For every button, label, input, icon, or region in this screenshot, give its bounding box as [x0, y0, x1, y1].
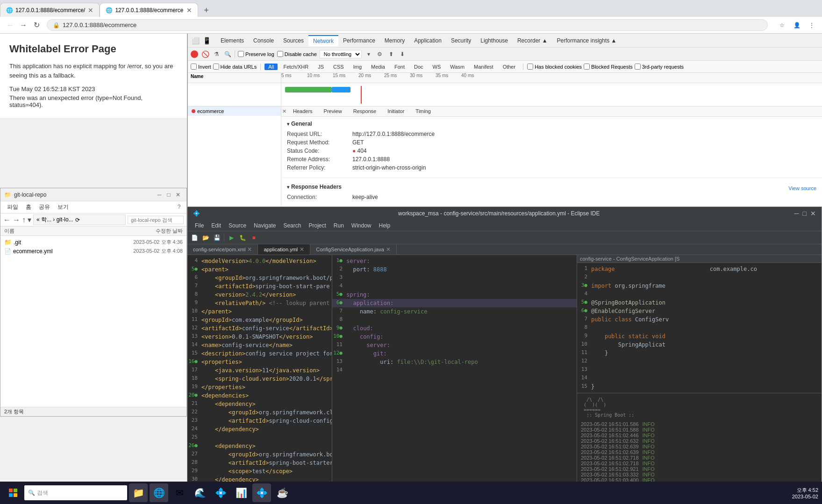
taskbar-browser[interactable]: 🌐 — [150, 483, 168, 502]
fe-item-ecommerce[interactable]: 📄 ecommerce.yml 2023-05-02 오후 4:08 — [0, 247, 186, 256]
fe-menu-file[interactable]: 파일 — [3, 202, 22, 212]
device-toolbar-button[interactable]: 📱 — [201, 35, 212, 46]
fe-refresh-icon[interactable]: ⟳ — [75, 217, 80, 223]
network-settings-icon[interactable]: ⚙ — [376, 50, 384, 58]
ide-menu-file[interactable]: File — [191, 221, 207, 230]
ide-menu-project[interactable]: Project — [305, 221, 329, 230]
detail-tab-preview[interactable]: Preview — [318, 106, 348, 116]
filter-media[interactable]: Media — [367, 64, 389, 70]
tab-sources[interactable]: Sources — [279, 35, 308, 46]
fe-menu-view[interactable]: 보기 — [54, 202, 72, 212]
ide-menu-source[interactable]: Source — [225, 221, 250, 230]
pom-tab-close[interactable]: ✕ — [247, 246, 252, 253]
invert-input[interactable] — [191, 64, 197, 70]
throttling-arrow-icon[interactable]: ▾ — [365, 50, 373, 58]
taskbar-java[interactable]: ☕ — [273, 483, 292, 502]
ide-stop-button[interactable]: ■ — [249, 233, 259, 243]
filter-js[interactable]: JS — [314, 64, 328, 70]
invert-checkbox[interactable]: Invert — [191, 64, 211, 70]
filter-all[interactable]: All — [264, 64, 278, 70]
editor-tab-pom[interactable]: config-service/pom.xml ✕ — [187, 244, 258, 255]
blocked-requests-input[interactable] — [584, 64, 590, 70]
extensions-button[interactable]: ⋮ — [805, 19, 818, 32]
bookmark-button[interactable]: ☆ — [775, 19, 788, 32]
ide-minimize-button[interactable]: ─ — [794, 210, 799, 217]
filter-doc[interactable]: Doc — [410, 64, 427, 70]
ide-new-button[interactable]: 📄 — [189, 233, 200, 243]
new-tab-button[interactable]: + — [200, 4, 213, 17]
tab-performance[interactable]: Performance — [338, 35, 380, 46]
tab-console[interactable]: Console — [249, 35, 279, 46]
ide-close-button[interactable]: ✕ — [810, 210, 816, 217]
ide-menu-search[interactable]: Search — [279, 221, 305, 230]
filter-other[interactable]: Other — [499, 64, 520, 70]
fe-search-input[interactable] — [128, 216, 184, 224]
tab-security[interactable]: Security — [446, 35, 476, 46]
filter-fetch-xhr[interactable]: Fetch/XHR — [279, 64, 312, 70]
browser-tab-2[interactable]: 🌐 127.0.0.1:8888/ecommerce ✕ — [100, 3, 198, 17]
ide-menu-help[interactable]: Help — [375, 221, 394, 230]
fe-minimize-button[interactable]: ─ — [155, 190, 164, 199]
tab-close-2[interactable]: ✕ — [186, 7, 192, 14]
request-ecommerce[interactable]: ecommerce — [188, 106, 281, 116]
fe-maximize-button[interactable]: □ — [164, 190, 173, 199]
disable-cache-checkbox[interactable]: Disable cache — [277, 51, 317, 57]
third-party-requests-checkbox[interactable]: 3rd-party requests — [635, 64, 684, 70]
tab-memory[interactable]: Memory — [380, 35, 409, 46]
ide-save-button[interactable]: 💾 — [212, 233, 222, 243]
fe-forward-button[interactable]: → — [13, 216, 20, 224]
ide-open-button[interactable]: 📂 — [200, 233, 211, 243]
filter-manifest[interactable]: Manifest — [470, 64, 497, 70]
detail-tab-timing[interactable]: Timing — [410, 106, 436, 116]
has-blocked-cookies-input[interactable] — [527, 64, 533, 70]
inspect-element-button[interactable]: ⬜ — [190, 35, 201, 46]
fe-menu-share[interactable]: 공유 — [35, 202, 54, 212]
tab-network[interactable]: Network — [308, 35, 338, 46]
filter-font[interactable]: Font — [391, 64, 408, 70]
fe-up-button[interactable]: ↑ — [22, 216, 26, 224]
filter-ws[interactable]: WS — [429, 64, 445, 70]
throttling-select[interactable]: No throttling — [320, 50, 362, 58]
tab-close-1[interactable]: ✕ — [88, 7, 93, 14]
taskbar-eclipse[interactable]: 💠 — [252, 483, 271, 502]
disable-cache-input[interactable] — [277, 51, 283, 57]
fe-back-button[interactable]: ← — [3, 216, 11, 224]
taskbar-mail[interactable]: ✉ — [170, 483, 189, 502]
ide-debug-button[interactable]: 🐛 — [237, 233, 248, 243]
taskbar-vscode[interactable]: 📊 — [232, 483, 250, 502]
third-party-requests-input[interactable] — [635, 64, 641, 70]
forward-button[interactable]: → — [17, 19, 30, 32]
preserve-log-input[interactable] — [238, 51, 244, 57]
fe-close-button[interactable]: ✕ — [173, 190, 183, 199]
detail-tab-initiator[interactable]: Initiator — [382, 106, 410, 116]
profile-button[interactable]: 👤 — [790, 19, 803, 32]
ide-maximize-button[interactable]: □ — [803, 210, 807, 217]
tab-performance-insights[interactable]: Performance insights ▲ — [552, 35, 622, 46]
taskbar-cloud[interactable]: 🌊 — [191, 483, 209, 502]
editor-tab-java[interactable]: ConfigServiceApplication.java ✕ — [310, 244, 397, 255]
fe-breadcrumb[interactable]: « 학... › git-lo... ⟳ — [33, 214, 126, 225]
back-button[interactable]: ← — [4, 19, 17, 32]
taskbar-store[interactable]: 💠 — [211, 483, 230, 502]
blocked-requests-checkbox[interactable]: Blocked Requests — [584, 64, 633, 70]
yaml-tab-close[interactable]: ✕ — [300, 246, 304, 253]
editor-tab-yaml[interactable]: application.yml ✕ — [258, 244, 310, 255]
taskbar-search[interactable]: 🔍 검색 — [24, 485, 127, 500]
tab-lighthouse[interactable]: Lighthouse — [476, 35, 513, 46]
url-bar[interactable]: 🔒 127.0.0.1:8888/ecommerce — [47, 19, 768, 31]
start-button[interactable] — [4, 483, 22, 502]
preserve-log-checkbox[interactable]: Preserve log — [238, 51, 274, 57]
detail-tab-response[interactable]: Response — [348, 106, 382, 116]
record-button[interactable] — [191, 50, 198, 58]
ide-menu-edit[interactable]: Edit — [207, 221, 225, 230]
ide-menu-window[interactable]: Window — [348, 221, 375, 230]
java-tab-close[interactable]: ✕ — [386, 246, 391, 253]
hide-data-urls-checkbox[interactable]: Hide data URLs — [213, 64, 257, 70]
filter-wasm[interactable]: Wasm — [446, 64, 468, 70]
fe-item-git[interactable]: 📁 .git 2023-05-02 오후 4:36 — [0, 238, 186, 247]
fe-help-button[interactable]: ? — [174, 202, 184, 212]
view-source-button[interactable]: View source — [788, 185, 816, 191]
ide-menu-run[interactable]: Run — [330, 221, 348, 230]
search-button[interactable]: 🔍 — [223, 50, 232, 58]
tab-elements[interactable]: Elements — [216, 35, 249, 46]
